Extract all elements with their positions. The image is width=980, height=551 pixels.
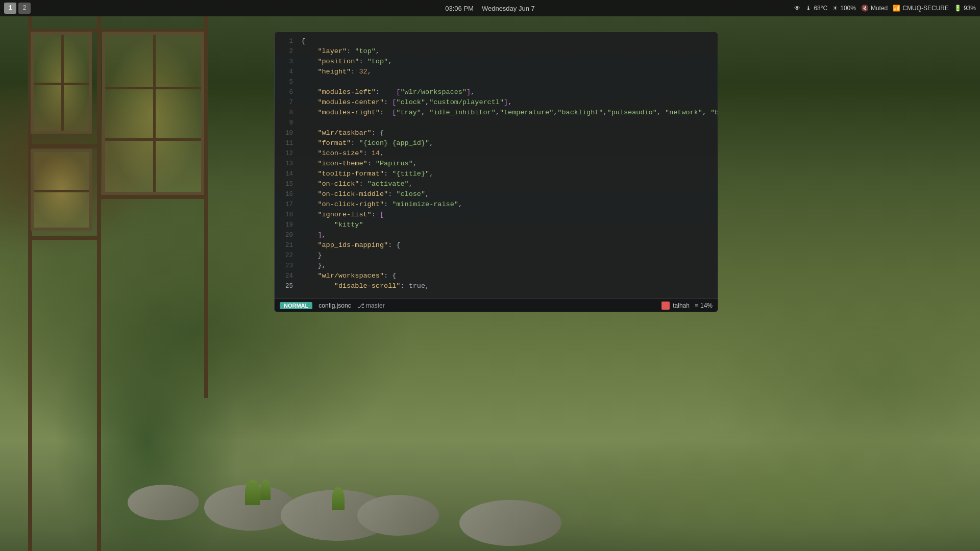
- network-name: CMUQ-SECURE: [902, 5, 949, 12]
- line-number: 9: [279, 118, 293, 128]
- battery-value: 93%: [964, 5, 976, 12]
- code-line: 17 "on-click-right": "minimize-raise",: [275, 199, 718, 210]
- line-number: 12: [279, 149, 293, 159]
- vim-mode-badge: NORMAL: [280, 302, 312, 309]
- code-content: {: [301, 36, 305, 46]
- code-line: 6 "modules-left": ["wlr/workspaces"],: [275, 87, 718, 97]
- code-content: [301, 118, 305, 128]
- code-line: 1{: [275, 36, 718, 46]
- temp-item: 🌡 68°C: [805, 5, 827, 12]
- scroll-percent: ≡ 14%: [695, 302, 713, 309]
- code-content: }: [301, 251, 322, 260]
- code-content: ],: [301, 230, 326, 240]
- line-number: 7: [279, 98, 293, 108]
- line-number: 4: [279, 67, 293, 77]
- code-line: 20 ],: [275, 230, 718, 240]
- code-content: "position": "top",: [301, 57, 392, 66]
- code-content: "format": "{icon} {app_id}",: [301, 138, 433, 148]
- display-item: 👁: [794, 5, 800, 12]
- code-lines: 1{2 "layer": "top",3 "position": "top",4…: [275, 36, 718, 291]
- temp-value: 68°C: [814, 5, 827, 12]
- user-display: talhah: [662, 302, 690, 310]
- code-content: "tooltip-format": "{title}",: [301, 169, 433, 179]
- code-line: 19 "kitty": [275, 220, 718, 230]
- code-content: "icon-theme": "Papirus",: [301, 159, 417, 168]
- thermometer-icon: 🌡: [805, 5, 812, 12]
- workspace-2[interactable]: 2: [18, 3, 31, 14]
- line-number: 11: [279, 139, 293, 148]
- code-content: "disable-scroll": true,: [301, 281, 429, 291]
- line-number: 5: [279, 78, 293, 87]
- window-frame-2: [102, 32, 204, 195]
- code-line: 16 "on-click-middle": "close",: [275, 189, 718, 199]
- username: talhah: [673, 302, 690, 309]
- statusbar: NORMAL config.jsonc ⎇ master talhah ≡ 14…: [275, 298, 718, 312]
- filename-label: config.jsonc: [318, 302, 351, 309]
- code-content: "modules-center": ["clock","custom/playe…: [301, 97, 512, 107]
- brightness-icon: ☀: [832, 5, 838, 12]
- rock-3: [128, 485, 199, 520]
- line-number: 21: [279, 241, 293, 251]
- line-number: 3: [279, 57, 293, 67]
- code-line: 14 "tooltip-format": "{title}",: [275, 169, 718, 179]
- line-number: 20: [279, 231, 293, 240]
- code-line: 21 "app_ids-mapping": {: [275, 240, 718, 251]
- code-line: 22 }: [275, 251, 718, 261]
- percent-value: 14%: [700, 302, 713, 309]
- statusbar-right: talhah ≡ 14%: [662, 302, 713, 310]
- code-content: "on-click": "activate",: [301, 179, 413, 189]
- code-content: "modules-left": ["wlr/workspaces"],: [301, 87, 475, 97]
- network-icon: 📶: [893, 5, 900, 12]
- code-line: 7 "modules-center": ["clock","custom/pla…: [275, 97, 718, 108]
- clock-date: Wednesday Jun 7: [482, 5, 535, 12]
- editor-content[interactable]: 1{2 "layer": "top",3 "position": "top",4…: [275, 32, 718, 298]
- line-number: 1: [279, 37, 293, 46]
- mute-label: Muted: [871, 5, 888, 12]
- code-content: },: [301, 261, 326, 270]
- code-content: "on-click-right": "minimize-raise",: [301, 199, 462, 209]
- code-content: "layer": "top",: [301, 46, 380, 56]
- code-content: "modules-right": ["tray", "idle_inhibito…: [301, 108, 718, 117]
- code-content: "on-click-middle": "close",: [301, 189, 429, 199]
- line-number: 6: [279, 88, 293, 97]
- brightness-value: 100%: [840, 5, 856, 12]
- code-line: 24 "wlr/workspaces": {: [275, 271, 718, 281]
- network-item: 📶 CMUQ-SECURE: [893, 5, 949, 12]
- code-content: [301, 77, 305, 87]
- code-line: 13 "icon-theme": "Papirus",: [275, 159, 718, 169]
- ground-area: [0, 449, 980, 551]
- line-number: 19: [279, 220, 293, 230]
- topbar-left: 1 2: [4, 3, 31, 14]
- code-content: "app_ids-mapping": {: [301, 240, 400, 250]
- brightness-item: ☀ 100%: [832, 5, 856, 12]
- line-number: 16: [279, 190, 293, 199]
- user-icon: [662, 302, 670, 310]
- window-frame-3: [31, 149, 92, 231]
- code-line: 23 },: [275, 261, 718, 271]
- code-line: 8 "modules-right": ["tray", "idle_inhibi…: [275, 108, 718, 118]
- line-number: 25: [279, 282, 293, 291]
- statusbar-left: NORMAL config.jsonc ⎇ master: [280, 302, 385, 309]
- code-line: 15 "on-click": "activate",: [275, 179, 718, 189]
- line-number: 17: [279, 200, 293, 210]
- battery-item: 🔋 93%: [954, 5, 976, 12]
- branch-icon: ⎇: [357, 302, 366, 309]
- line-number: 14: [279, 169, 293, 179]
- code-content: "wlr/workspaces": {: [301, 271, 396, 281]
- code-content: "ignore-list": [: [301, 210, 384, 219]
- audio-item[interactable]: 🔇 Muted: [861, 5, 888, 12]
- grass-2: [260, 480, 271, 500]
- code-content: "icon-size": 14,: [301, 148, 384, 158]
- code-line: 3 "position": "top",: [275, 57, 718, 67]
- grass-1: [245, 480, 260, 505]
- code-line: 25 "disable-scroll": true,: [275, 281, 718, 291]
- code-line: 10 "wlr/taskbar": {: [275, 128, 718, 138]
- line-number: 2: [279, 47, 293, 57]
- git-branch: ⎇ master: [357, 302, 385, 309]
- line-number: 10: [279, 129, 293, 138]
- mute-icon: 🔇: [861, 5, 869, 12]
- code-line: 18 "ignore-list": [: [275, 210, 718, 220]
- line-number: 13: [279, 159, 293, 169]
- line-number: 24: [279, 271, 293, 281]
- workspace-1[interactable]: 1: [4, 3, 16, 14]
